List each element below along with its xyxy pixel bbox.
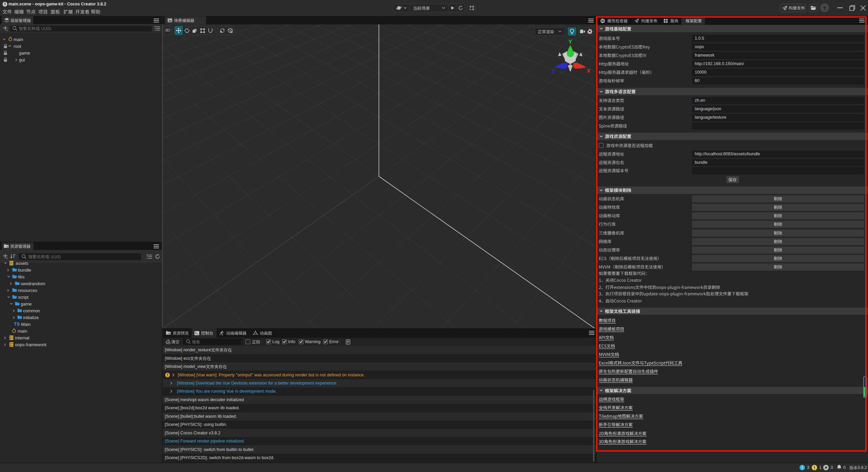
svg-text:Y: Y bbox=[568, 39, 572, 45]
svg-text:X: X bbox=[587, 68, 591, 74]
svg-text:Z: Z bbox=[551, 68, 555, 75]
